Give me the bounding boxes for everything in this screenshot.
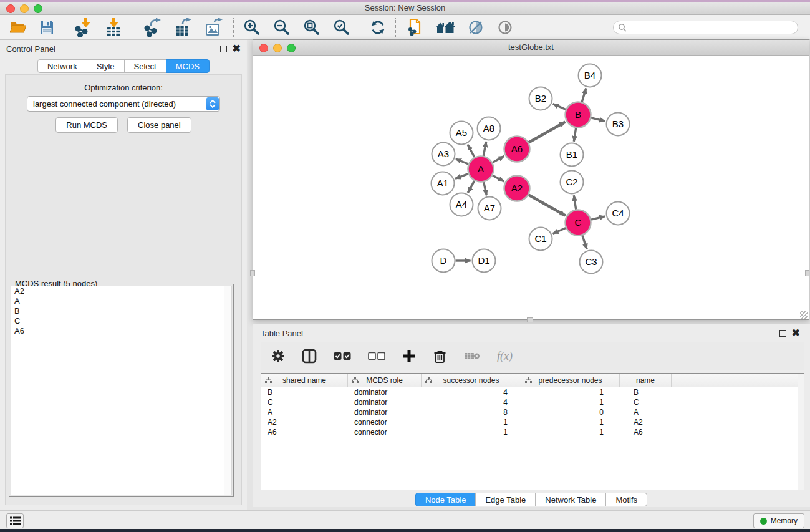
- function-builder-icon[interactable]: f(x): [497, 350, 513, 363]
- table-cell[interactable]: C: [261, 398, 348, 407]
- table-row[interactable]: Bdominator41B: [261, 387, 804, 397]
- column-header-name[interactable]: name: [620, 374, 672, 387]
- memory-button[interactable]: Memory: [753, 513, 804, 528]
- graph-edge-C-C2[interactable]: [574, 195, 576, 210]
- export-network-icon[interactable]: [143, 18, 162, 37]
- graph-edge-A-A7[interactable]: [484, 182, 487, 195]
- add-row-icon[interactable]: [402, 349, 416, 363]
- network-from-selection-icon[interactable]: [405, 18, 423, 37]
- table-cell[interactable]: 1: [422, 418, 521, 427]
- table-cell[interactable]: B: [620, 388, 672, 397]
- delete-row-icon[interactable]: [433, 349, 447, 364]
- run-mcds-button[interactable]: Run MCDS: [55, 117, 118, 133]
- result-item-a6[interactable]: A6: [11, 326, 231, 336]
- zoom-in-icon[interactable]: [243, 19, 261, 36]
- task-history-button[interactable]: [6, 513, 24, 528]
- search-field[interactable]: [613, 21, 798, 34]
- table-cell[interactable]: A: [261, 408, 348, 417]
- bottom-edge-grip[interactable]: [527, 317, 533, 322]
- save-session-icon[interactable]: [39, 20, 54, 35]
- zoom-out-icon[interactable]: [273, 19, 291, 36]
- criterion-dropdown[interactable]: largest connected component (directed): [27, 96, 220, 112]
- graph-edge-B-B4[interactable]: [582, 89, 586, 102]
- float-panel-icon[interactable]: [220, 46, 227, 52]
- column-layout-icon[interactable]: [302, 349, 317, 364]
- network-canvas[interactable]: B4B2BB3A8A5A6A3B1AC2A1A2A4A7C4CC1DD1C3: [253, 56, 809, 319]
- table-cell[interactable]: A2: [261, 418, 348, 427]
- delete-table-icon[interactable]: [464, 351, 480, 361]
- deselect-all-icon[interactable]: [368, 352, 385, 360]
- table-row[interactable]: A6connector11A6: [261, 427, 804, 437]
- home-icon[interactable]: [435, 20, 455, 35]
- graph-edge-A-A3[interactable]: [456, 159, 468, 164]
- table-row[interactable]: Adominator80A: [261, 407, 804, 417]
- zoom-fit-icon[interactable]: [303, 19, 321, 36]
- column-header-shared-name[interactable]: shared name: [261, 374, 348, 387]
- import-network-icon[interactable]: [74, 18, 92, 37]
- table-cell[interactable]: A2: [620, 418, 672, 427]
- export-table-icon[interactable]: [174, 18, 193, 37]
- float-table-panel-icon[interactable]: [779, 330, 786, 337]
- table-cell[interactable]: 4: [422, 398, 521, 407]
- search-input[interactable]: [627, 21, 798, 34]
- bird-eye-view-icon[interactable]: [496, 21, 514, 34]
- graph-edge-C-C1[interactable]: [553, 228, 566, 234]
- import-table-icon[interactable]: [105, 18, 123, 37]
- select-all-icon[interactable]: [334, 352, 351, 360]
- table-tab-network-table[interactable]: Network Table: [535, 493, 606, 506]
- open-session-icon[interactable]: [9, 20, 27, 35]
- table-cell[interactable]: 1: [521, 388, 620, 397]
- left-edge-grip[interactable]: [250, 270, 255, 276]
- graph-edge-A6-B[interactable]: [529, 122, 566, 143]
- table-cell[interactable]: 8: [422, 408, 521, 417]
- window-resize-corner[interactable]: [800, 311, 808, 319]
- graph-edge-B-B2[interactable]: [553, 104, 566, 110]
- zoom-selected-icon[interactable]: [333, 19, 350, 36]
- graph-edge-A-A6[interactable]: [493, 156, 504, 162]
- table-cell[interactable]: A6: [261, 428, 348, 437]
- graph-edge-A-A4[interactable]: [468, 181, 474, 193]
- tab-select[interactable]: Select: [124, 59, 166, 73]
- table-cell[interactable]: B: [261, 388, 348, 397]
- graph-edge-C-C3[interactable]: [582, 235, 587, 249]
- graph-edge-A-A1[interactable]: [455, 174, 468, 179]
- export-image-icon[interactable]: [205, 18, 224, 37]
- graph-edge-C-C4[interactable]: [591, 216, 605, 220]
- hide-graphics-details-icon[interactable]: [468, 19, 484, 36]
- table-cell[interactable]: connector: [348, 428, 422, 437]
- table-cell[interactable]: 1: [422, 428, 521, 437]
- table-tab-motifs[interactable]: Motifs: [605, 493, 647, 506]
- table-cell[interactable]: 1: [521, 418, 620, 427]
- close-panel-icon[interactable]: ✖: [233, 45, 241, 52]
- column-header-MCDS-role[interactable]: MCDS role: [348, 374, 422, 387]
- column-header-successor-nodes[interactable]: successor nodes: [422, 374, 521, 387]
- apply-layout-icon[interactable]: [370, 19, 386, 36]
- table-tab-node-table[interactable]: Node Table: [415, 493, 476, 506]
- table-cell[interactable]: C: [620, 398, 672, 407]
- mcds-result-list[interactable]: A2ABCA6: [11, 286, 232, 495]
- table-row[interactable]: Cdominator41C: [261, 397, 804, 407]
- result-scrollbar[interactable]: [224, 286, 231, 495]
- tab-network[interactable]: Network: [37, 59, 87, 73]
- table-cell[interactable]: A6: [620, 428, 672, 437]
- result-item-b[interactable]: B: [11, 306, 231, 316]
- table-cell[interactable]: dominator: [348, 388, 422, 397]
- table-cell[interactable]: 1: [521, 428, 620, 437]
- table-cell[interactable]: 1: [521, 398, 620, 407]
- table-row[interactable]: A2connector11A2: [261, 417, 804, 427]
- result-item-a2[interactable]: A2: [11, 286, 231, 296]
- graph-edge-B-B3[interactable]: [591, 118, 605, 121]
- tab-mcds[interactable]: MCDS: [166, 59, 210, 73]
- graph-edge-A-A8[interactable]: [483, 142, 486, 156]
- table-scrollbar[interactable]: [798, 374, 804, 490]
- tab-style[interactable]: Style: [87, 59, 125, 73]
- right-edge-grip[interactable]: [805, 270, 809, 276]
- graph-edge-A-A2[interactable]: [493, 175, 504, 181]
- result-item-a[interactable]: A: [11, 296, 231, 306]
- table-cell[interactable]: 4: [422, 388, 521, 397]
- table-cell[interactable]: dominator: [348, 408, 422, 417]
- table-cell[interactable]: dominator: [348, 398, 422, 407]
- column-settings-icon[interactable]: [271, 349, 285, 363]
- graph-edge-A-A5[interactable]: [468, 145, 475, 157]
- table-cell[interactable]: A: [620, 408, 672, 417]
